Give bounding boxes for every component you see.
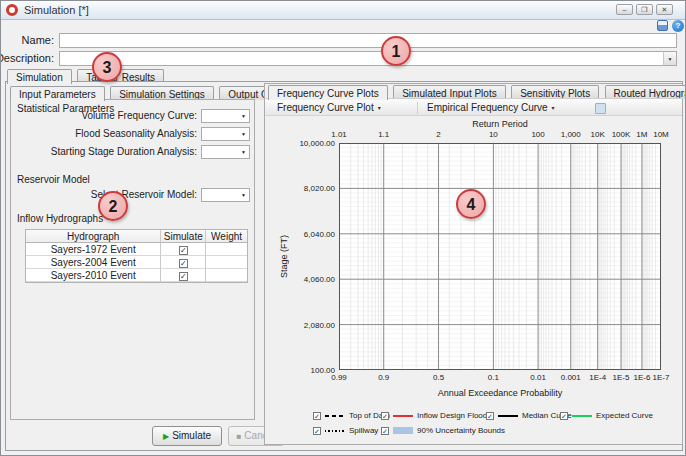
top-axis-title: Return Period bbox=[339, 119, 661, 129]
simulate-checkbox[interactable]: ✓ bbox=[179, 259, 188, 268]
save-icon[interactable] bbox=[657, 20, 668, 31]
plot-toolbar: Frequency Curve Plot▾ Empirical Frequenc… bbox=[265, 98, 682, 116]
inflow-hydrographs-table: Hydrograph Simulate Weight Sayers-1972 E… bbox=[25, 229, 248, 283]
hydrograph-cell[interactable]: Sayers-1972 Event bbox=[26, 243, 161, 256]
tab-frequency-curve-plots[interactable]: Frequency Curve Plots bbox=[268, 85, 388, 100]
top-tick-label: 10M bbox=[653, 130, 669, 139]
legend-item: ✓Inflow Design Flood bbox=[381, 410, 487, 422]
weight-cell[interactable] bbox=[206, 256, 247, 269]
tab-simulation[interactable]: Simulation bbox=[7, 69, 72, 84]
starting-stage-duration-row: Starting Stage Duration Analysis: ▼ bbox=[11, 145, 254, 159]
y-tick-label: 10,000.00 bbox=[299, 139, 335, 148]
simulate-checkbox[interactable]: ✓ bbox=[179, 246, 188, 255]
close-button[interactable]: ✕ bbox=[656, 4, 673, 15]
maximize-button[interactable]: ❐ bbox=[636, 4, 653, 15]
legend-label: Expected Curve bbox=[596, 411, 653, 420]
weight-cell[interactable] bbox=[206, 243, 247, 256]
legend-item: ✓Median Curve bbox=[486, 410, 572, 422]
description-label: Description: bbox=[0, 51, 54, 66]
bottom-tick-label: 0.9 bbox=[378, 373, 389, 382]
chevron-down-icon: ▼ bbox=[241, 150, 246, 155]
description-dropdown-button[interactable]: ▼ bbox=[663, 51, 677, 66]
legend-checkbox[interactable]: ✓ bbox=[486, 412, 494, 420]
top-tick-label: 1,000 bbox=[561, 130, 581, 139]
top-tick-label: 10K bbox=[591, 130, 605, 139]
curve-type-dropdown[interactable]: Empirical Frequency Curve▾ bbox=[423, 101, 559, 114]
simulation-tab-content: Input Parameters Simulation Settings Out… bbox=[5, 81, 683, 451]
simulate-button-label: Simulate bbox=[172, 430, 211, 441]
bottom-axis-ticks: 0.990.90.50.10.010.0011E-41E-51E-61E-7 bbox=[339, 373, 661, 383]
y-axis-ticks: 10,000.008,020.006,040.004,060.002,080.0… bbox=[265, 143, 335, 370]
chevron-down-icon: ▼ bbox=[668, 56, 673, 62]
minimize-button[interactable]: – bbox=[616, 4, 633, 15]
select-reservoir-model-combobox[interactable]: ▼ bbox=[201, 188, 250, 202]
simulate-checkbox[interactable]: ✓ bbox=[179, 272, 188, 281]
column-header-hydrograph[interactable]: Hydrograph bbox=[26, 230, 161, 243]
tab-simulated-input-plots[interactable]: Simulated Input Plots bbox=[393, 85, 506, 99]
quick-toolbar bbox=[1, 20, 685, 33]
top-tick-label: 1.1 bbox=[378, 130, 389, 139]
inflow-hydrographs-title: Inflow Hydrographs bbox=[17, 213, 103, 224]
tab-simulation-settings[interactable]: Simulation Settings bbox=[110, 86, 214, 100]
legend-checkbox[interactable]: ✓ bbox=[381, 427, 389, 435]
starting-stage-duration-combobox[interactable]: ▼ bbox=[201, 145, 250, 159]
table-row: Sayers-2004 Event ✓ bbox=[26, 256, 247, 269]
curve-type-value: Empirical Frequency Curve bbox=[427, 102, 548, 113]
legend-swatch bbox=[325, 415, 345, 417]
legend-checkbox[interactable]: ✓ bbox=[381, 412, 389, 420]
legend-checkbox[interactable]: ✓ bbox=[560, 412, 568, 420]
annotation-circle-4: 4 bbox=[456, 189, 486, 219]
bottom-tick-label: 0.001 bbox=[561, 373, 581, 382]
plot-tabs: Frequency Curve Plots Simulated Input Pl… bbox=[268, 83, 686, 98]
column-header-simulate[interactable]: Simulate bbox=[161, 230, 206, 243]
table-header-row: Hydrograph Simulate Weight bbox=[26, 230, 247, 243]
plot-area[interactable] bbox=[339, 143, 661, 370]
bottom-tick-label: 0.1 bbox=[488, 373, 499, 382]
plot-settings-icon[interactable] bbox=[595, 103, 606, 114]
volume-frequency-curve-row: Volume Frequency Curve: ▼ bbox=[11, 109, 254, 123]
tab-input-parameters[interactable]: Input Parameters bbox=[10, 86, 105, 101]
chevron-down-icon: ▾ bbox=[378, 105, 381, 111]
bottom-tick-label: 0.01 bbox=[530, 373, 546, 382]
hydrograph-cell[interactable]: Sayers-2004 Event bbox=[26, 256, 161, 269]
legend-label: Inflow Design Flood bbox=[417, 411, 487, 420]
top-tick-label: 2 bbox=[436, 130, 440, 139]
top-tick-label: 100K bbox=[612, 130, 631, 139]
play-icon: ▶ bbox=[163, 432, 169, 441]
name-input[interactable] bbox=[59, 33, 677, 48]
legend-swatch bbox=[393, 427, 413, 434]
name-row: Name: bbox=[1, 33, 685, 48]
hydrograph-cell[interactable]: Sayers-2010 Event bbox=[26, 269, 161, 282]
annotation-circle-3: 3 bbox=[92, 52, 122, 82]
reservoir-model-title: Reservoir Model bbox=[17, 174, 90, 185]
plot-type-dropdown[interactable]: Frequency Curve Plot▾ bbox=[273, 101, 385, 114]
annotation-circle-2: 2 bbox=[98, 191, 128, 221]
bottom-tick-label: 0.5 bbox=[433, 373, 444, 382]
legend-checkbox[interactable]: ✓ bbox=[313, 412, 321, 420]
legend-item: ✓Expected Curve bbox=[560, 410, 653, 422]
y-tick-label: 4,060.00 bbox=[304, 275, 335, 284]
column-header-weight[interactable]: Weight bbox=[206, 230, 247, 243]
flood-seasonality-combobox[interactable]: ▼ bbox=[201, 127, 250, 141]
plot-type-value: Frequency Curve Plot bbox=[277, 102, 374, 113]
top-tick-label: 1M bbox=[636, 130, 647, 139]
simulation-window: Simulation [*] – ❐ ✕ ? Name: Description… bbox=[0, 0, 686, 456]
chevron-down-icon: ▼ bbox=[241, 193, 246, 198]
flood-seasonality-row: Flood Seasonality Analysis: ▼ bbox=[11, 127, 254, 141]
legend-label: 90% Uncertainty Bounds bbox=[417, 426, 505, 435]
legend-item: ✓Spillway bbox=[313, 425, 378, 437]
tab-routed-hydrograph-plots[interactable]: Routed Hydrograph Plots bbox=[605, 85, 686, 99]
simulate-button[interactable]: ▶Simulate bbox=[152, 426, 222, 446]
simulate-cell: ✓ bbox=[161, 269, 206, 282]
bottom-tick-label: 1E-5 bbox=[613, 373, 630, 382]
description-input[interactable] bbox=[59, 51, 677, 66]
app-icon bbox=[6, 4, 18, 16]
legend-checkbox[interactable]: ✓ bbox=[313, 427, 321, 435]
weight-cell[interactable] bbox=[206, 269, 247, 282]
volume-frequency-curve-combobox[interactable]: ▼ bbox=[201, 109, 250, 123]
top-axis-ticks: 1.011.12101001,00010K100K1M10M bbox=[339, 130, 661, 140]
help-icon[interactable]: ? bbox=[672, 20, 684, 32]
chart-legend: ✓Top of Dam✓Inflow Design Flood✓Median C… bbox=[313, 410, 678, 444]
y-tick-label: 8,020.00 bbox=[304, 184, 335, 193]
tab-sensitivity-plots[interactable]: Sensitivity Plots bbox=[511, 85, 599, 99]
